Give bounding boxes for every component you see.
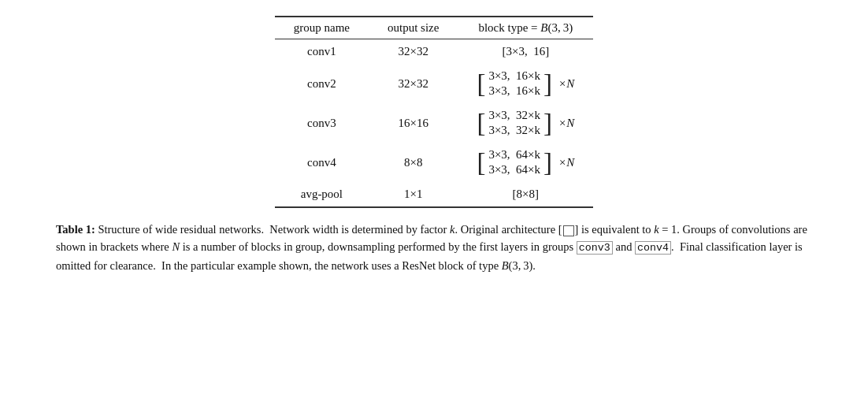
output-size-cell: 1×1 [369,182,458,207]
block-type-cell: [ 3×3, 64×k 3×3, 64×k ] ×N [458,143,593,182]
group-name-cell: avg-pool [275,182,369,207]
caption-conv3: conv3 [577,241,613,255]
block-value: [8×8] [513,188,539,201]
block-type-cell: [3×3, 16] [458,39,593,65]
left-bracket: [ [477,110,485,136]
block-type-cell: [ 3×3, 32×k 3×3, 32×k ] ×N [458,103,593,143]
group-name-cell: conv3 [275,103,369,143]
matrix-row: 3×3, 64×k [488,148,540,162]
reference-box [563,225,574,236]
caption-text1: Structure of wide residual networks. Net… [95,223,450,236]
multiplier: ×N [558,117,574,130]
output-size-cell: 32×32 [369,39,458,65]
matrix-row: 3×3, 16×k [488,84,540,98]
block-value: [3×3, 16] [502,45,549,58]
group-name-cell: conv4 [275,143,369,182]
output-size-cell: 16×16 [369,103,458,143]
matrix-content: 3×3, 32×k 3×3, 32×k [488,109,540,137]
caption-N: N [172,240,180,253]
caption-conv4: conv4 [635,241,671,255]
table-row: conv2 32×32 [ 3×3, 16×k 3×3, 16×k ] ×N [275,64,593,103]
block-type-cell: [8×8] [458,182,593,207]
left-bracket: [ [477,150,485,176]
matrix-row: 3×3, 32×k [488,109,540,122]
table-row: avg-pool 1×1 [8×8] [275,182,593,207]
col-header-block: block type = B(3, 3) [458,17,593,39]
table-caption: Table 1: Structure of wide residual netw… [56,221,812,275]
caption-text2: . Original architecture [] is equivalent… [454,223,654,236]
matrix-row: 3×3, 16×k [488,69,540,83]
table-row: conv3 16×16 [ 3×3, 32×k 3×3, 32×k ] ×N [275,103,593,143]
caption-label: Table 1: [56,223,95,236]
caption-B: B [502,259,509,272]
group-name-cell: conv2 [275,64,369,103]
matrix-content: 3×3, 64×k 3×3, 64×k [488,148,540,177]
group-name-cell: conv1 [275,39,369,65]
matrix-row: 3×3, 32×k [488,124,540,137]
caption-B-args: (3, 3) [509,259,533,272]
caption-text5: is a number of blocks in group, downsamp… [180,240,577,253]
table-container: group name output size block type = B(3,… [24,16,844,208]
output-size-cell: 32×32 [369,64,458,103]
left-bracket: [ [477,71,485,97]
multiplier: ×N [558,156,574,169]
matrix-row: 3×3, 64×k [488,163,540,177]
architecture-table: group name output size block type = B(3,… [275,16,593,208]
output-size-cell: 8×8 [369,143,458,182]
right-bracket: ] [543,71,552,97]
matrix-content: 3×3, 16×k 3×3, 16×k [488,69,540,98]
table-row: conv1 32×32 [3×3, 16] [275,39,593,65]
col-header-output: output size [369,17,458,39]
caption-text6: and [613,240,635,253]
right-bracket: ] [543,150,552,176]
block-type-cell: [ 3×3, 16×k 3×3, 16×k ] ×N [458,64,593,103]
right-bracket: ] [543,110,552,136]
table-row: conv4 8×8 [ 3×3, 64×k 3×3, 64×k ] ×N [275,143,593,182]
multiplier: ×N [558,77,574,91]
col-header-group: group name [275,17,369,39]
caption-text8: . [532,259,536,272]
